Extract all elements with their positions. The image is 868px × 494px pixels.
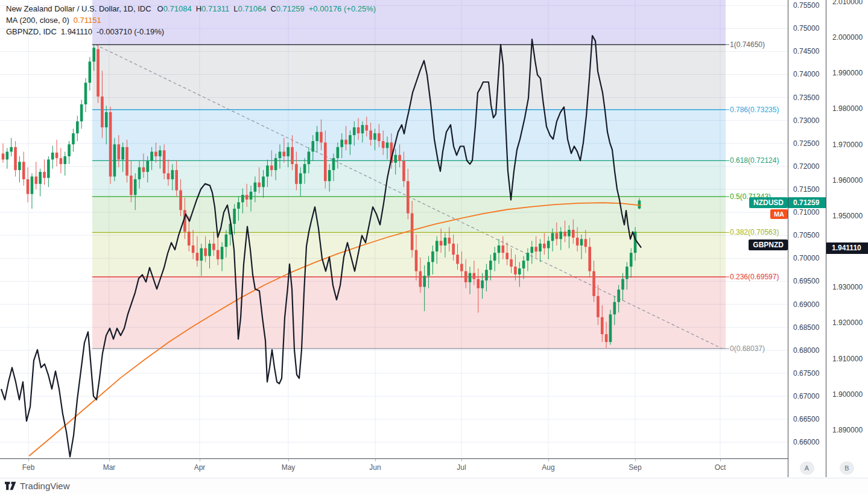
candle-body — [592, 271, 595, 296]
time-axis-month-jun: Jun — [369, 463, 381, 472]
candle-body — [196, 253, 199, 261]
symbol-title: New Zealand Dollar / U.S. Dollar, 1D, ID… — [6, 4, 151, 13]
fib-label-0.786: 0.786(0.73235) — [730, 106, 779, 114]
candle-body — [386, 142, 389, 148]
candle-body — [551, 233, 554, 241]
candle-body — [217, 250, 220, 259]
candle-body — [138, 167, 141, 179]
candle-body — [609, 314, 612, 342]
candle-body — [6, 151, 9, 159]
time-axis-month-aug: Aug — [542, 463, 554, 472]
scale-a-tick: 0.67500 — [788, 369, 831, 378]
candle-body — [576, 238, 579, 245]
scale-a-tick: 0.70500 — [788, 230, 831, 240]
ma-value: 0.71151 — [74, 16, 101, 25]
candle-body — [605, 334, 608, 342]
candle-body — [121, 147, 124, 160]
candle-body — [291, 147, 294, 164]
scale-b-cell: B — [826, 458, 868, 477]
candle-body — [22, 162, 25, 179]
ohlc-close-key: C — [270, 4, 276, 13]
candle-body — [539, 244, 542, 252]
candle-body — [134, 179, 137, 195]
scale-b-tick: 1.900000 — [826, 390, 868, 399]
scale-a-tick: 0.68500 — [788, 323, 831, 332]
candle-body — [518, 268, 521, 274]
candle-body — [237, 202, 240, 209]
candle-body — [527, 253, 530, 261]
time-axis-month-apr: Apr — [194, 463, 206, 472]
candle-body — [31, 177, 34, 194]
time-axis-tick — [635, 459, 636, 461]
candle-body — [324, 142, 327, 181]
scale-a-tick: 0.70000 — [788, 253, 831, 263]
candle-body — [559, 232, 562, 239]
candle-body — [621, 279, 624, 290]
candle-body — [262, 177, 265, 188]
candle-body — [72, 133, 75, 144]
candle-body — [464, 271, 467, 282]
candle-body — [43, 172, 46, 178]
candle-body — [10, 147, 13, 152]
candle-body — [80, 104, 83, 121]
candle-body — [514, 267, 517, 274]
candle-body — [221, 247, 224, 259]
ohlc-open-key: O — [157, 4, 163, 13]
time-axis[interactable]: FebMarAprMayJunJulAugSepOct — [0, 458, 788, 478]
candle-body — [308, 151, 311, 164]
candle-body — [97, 49, 100, 97]
candle-body — [315, 132, 318, 141]
scale-b-tick: 1.970000 — [826, 140, 868, 150]
candle-body — [200, 249, 203, 261]
candle-body — [60, 158, 63, 164]
tradingview-logo[interactable]: TradingView — [5, 481, 70, 491]
gbpnzd-value: 1.941110 — [61, 27, 92, 36]
legend-gbpnzd-row[interactable]: GBPNZD, IDC1.941110-0.003710 (-0.19%) — [6, 26, 376, 37]
ohlc-high-value: 0.71311 — [201, 4, 229, 13]
candle-body — [175, 170, 178, 191]
scale-b-tick: 1.980000 — [826, 104, 868, 113]
ohlc-close-value: 0.71259 — [276, 4, 305, 13]
fib-band — [92, 110, 726, 161]
candle-body — [568, 230, 571, 236]
time-axis-month-feb: Feb — [22, 463, 35, 472]
legend-ma-row[interactable]: MA (200, close, 0)0.71151 — [6, 14, 376, 26]
candle-body — [2, 154, 5, 160]
price-scale-a[interactable]: 0.71259 0.755000.750000.745000.740000.73… — [788, 0, 826, 477]
candle-body — [369, 130, 372, 139]
candle-body — [258, 183, 261, 188]
scale-a-tick: 0.69500 — [788, 276, 831, 286]
scale-a-tick: 0.73000 — [788, 116, 831, 125]
candle-body — [208, 244, 211, 256]
candle-body — [254, 183, 257, 192]
price-chart-canvas[interactable] — [0, 0, 788, 458]
candle-body — [448, 238, 451, 244]
candle-body — [630, 253, 633, 267]
scale-a-tick: 0.75000 — [788, 24, 831, 33]
legend-symbol-row[interactable]: New Zealand Dollar / U.S. Dollar, 1D, ID… — [6, 3, 376, 14]
fib-label-0: 0(0.68037) — [730, 344, 765, 353]
bottom-bar: TradingView — [0, 478, 868, 494]
candle-body — [270, 165, 273, 170]
candle-body — [63, 156, 66, 164]
scale-b-button[interactable]: B — [840, 461, 854, 475]
candle-body — [274, 158, 277, 170]
ma-title: MA (200, close, 0) — [6, 16, 69, 25]
time-axis-tick — [548, 459, 549, 461]
candle-body — [76, 121, 79, 133]
candle-body — [493, 253, 496, 261]
chart-legend: New Zealand Dollar / U.S. Dollar, 1D, ID… — [6, 3, 376, 37]
candle-body — [502, 245, 505, 253]
candle-body — [436, 241, 439, 252]
candle-body — [241, 195, 244, 202]
candle-body — [159, 150, 162, 156]
chart-pane[interactable]: 1(0.74650)0.786(0.73235)0.618(0.72124)0.… — [0, 0, 788, 458]
candle-body — [349, 135, 352, 144]
scale-a-tick: 0.71500 — [788, 185, 831, 194]
candle-body — [27, 179, 30, 194]
candle-body — [105, 112, 108, 127]
candle-body — [332, 158, 335, 170]
scale-a-button[interactable]: A — [800, 461, 814, 475]
scale-a-tick: 0.66000 — [788, 437, 831, 447]
price-scale-b[interactable]: 1.941110 2.0100002.0000001.9900001.98000… — [826, 0, 868, 477]
